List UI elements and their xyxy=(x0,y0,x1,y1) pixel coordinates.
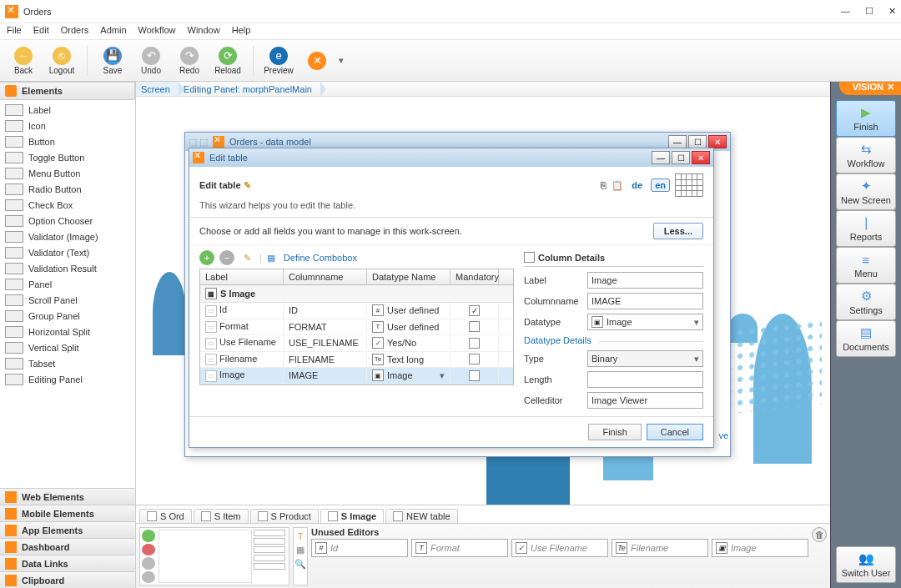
element-validator-image-[interactable]: Validator (Image) xyxy=(0,229,135,244)
accordion-web-elements[interactable]: Web Elements xyxy=(0,488,135,505)
close-button[interactable]: ✕ xyxy=(888,6,896,17)
accordion-dashboard[interactable]: Dashboard xyxy=(0,538,135,555)
cancel-button[interactable]: Cancel xyxy=(647,424,703,440)
finish-button[interactable]: Finish xyxy=(588,424,641,440)
right-menu-button[interactable]: ≡Menu xyxy=(836,247,896,284)
tool-save[interactable]: 💾Save xyxy=(96,47,129,75)
table-row[interactable]: ▭ FilenameFILENAMETe Text long xyxy=(200,352,513,369)
element-panel[interactable]: Panel xyxy=(0,276,135,292)
menu-orders[interactable]: Orders xyxy=(61,25,89,38)
menu-edit[interactable]: Edit xyxy=(33,25,49,38)
accordion-clipboard[interactable]: Clipboard xyxy=(0,571,135,588)
col-mandatory[interactable]: Mandatory xyxy=(450,269,499,284)
element-tabset[interactable]: Tabset xyxy=(0,355,135,371)
tool-undo[interactable]: ↶Undo xyxy=(134,47,168,75)
define-combobox-link[interactable]: Define Combobox xyxy=(284,253,357,263)
tool-back[interactable]: ←Back xyxy=(7,47,40,75)
unused-format[interactable]: TFormat xyxy=(411,539,508,557)
element-radio-button[interactable]: Radio Button xyxy=(0,181,135,197)
element-group-panel[interactable]: Group Panel xyxy=(0,308,135,324)
right-documents-button[interactable]: ▤Documents xyxy=(836,320,896,357)
menu-admin[interactable]: Admin xyxy=(100,25,126,38)
detail-datatype-select[interactable]: ▣Image▾ xyxy=(587,314,703,330)
right-new-screen-button[interactable]: ✦New Screen xyxy=(836,173,896,210)
tab-new-table[interactable]: NEW table xyxy=(385,509,458,523)
add-row-button[interactable]: + xyxy=(199,250,214,265)
detail-celleditor-input[interactable]: Image Viewer xyxy=(587,392,703,409)
unused-id[interactable]: #Id xyxy=(311,539,408,557)
tool-app[interactable]: ✕ xyxy=(300,52,334,70)
col-label[interactable]: Label xyxy=(200,269,284,284)
element-toggle-button[interactable]: Toggle Button xyxy=(0,149,135,165)
tool-redo[interactable]: ↷Redo xyxy=(173,47,206,75)
element-validation-result[interactable]: Validation Result xyxy=(0,260,135,276)
unused-use-filename[interactable]: ✓Use Filename xyxy=(511,539,608,557)
copy-icon[interactable]: ⎘ xyxy=(601,180,607,190)
et-minimize-button[interactable]: — xyxy=(652,151,670,164)
menu-window[interactable]: Window xyxy=(188,25,220,38)
element-menu-button[interactable]: Menu Button xyxy=(0,165,135,181)
element-option-chooser[interactable]: Option Chooser xyxy=(0,213,135,229)
detail-columnname-input[interactable]: IMAGE xyxy=(587,293,703,309)
crumb-editing-panel[interactable]: Editing Panel: morphPanelMain xyxy=(179,82,320,96)
element-label[interactable]: Label xyxy=(0,102,135,118)
element-vertical-split[interactable]: Vertical Split xyxy=(0,339,135,355)
element-icon[interactable]: Icon xyxy=(0,118,135,133)
tab-s-product[interactable]: S Product xyxy=(250,509,319,523)
accordion-data-links[interactable]: Data Links xyxy=(0,555,135,571)
element-validator-text-[interactable]: Validator (Text) xyxy=(0,244,135,260)
table-row[interactable]: ▭ ImageIMAGE▣ Image ▾ xyxy=(200,368,513,384)
table-row[interactable]: ▭ IdID# User defined✓ xyxy=(200,303,513,319)
element-editing-panel[interactable]: Editing Panel xyxy=(0,371,135,387)
detail-label-input[interactable]: Image xyxy=(587,272,703,289)
et-maximize-button[interactable]: ☐ xyxy=(672,151,690,164)
element-horizontal-split[interactable]: Horizontal Split xyxy=(0,324,135,339)
dm-minimize-button[interactable]: — xyxy=(668,135,687,148)
table-row[interactable]: ▭ FormatFORMATT User defined xyxy=(200,319,513,336)
tab-s-image[interactable]: S Image xyxy=(320,509,384,523)
dm-close-button[interactable]: ✕ xyxy=(708,135,727,148)
lang-de[interactable]: de xyxy=(628,179,646,191)
tool-reload[interactable]: ⟳Reload xyxy=(211,47,244,75)
edit-row-button[interactable]: ✎ xyxy=(239,250,254,265)
paste-icon[interactable]: 📋 xyxy=(612,180,623,191)
details-toggle[interactable] xyxy=(524,252,535,263)
et-titlebar[interactable]: Edit table — ☐ ✕ xyxy=(189,148,713,167)
dm-maximize-button[interactable]: ☐ xyxy=(688,135,707,148)
right-reports-button[interactable]: ❘Reports xyxy=(836,210,896,247)
less-button[interactable]: Less... xyxy=(653,223,703,239)
element-scroll-panel[interactable]: Scroll Panel xyxy=(0,292,135,308)
element-button[interactable]: Button xyxy=(0,133,135,149)
tool-preview[interactable]: ePreview xyxy=(262,47,295,75)
table-row[interactable]: ▭ Use FilenameUSE_FILENAME✓ Yes/No xyxy=(200,335,513,352)
lang-en[interactable]: en xyxy=(651,178,670,192)
tab-s-item[interactable]: S Item xyxy=(194,509,249,523)
right-workflow-button[interactable]: ⇆Workflow xyxy=(836,137,896,173)
menu-workflow[interactable]: Workflow xyxy=(138,25,176,38)
tab-s-ord[interactable]: S Ord xyxy=(139,509,192,523)
menu-file[interactable]: File xyxy=(7,25,22,38)
crumb-screen[interactable]: Screen xyxy=(136,82,179,96)
maximize-button[interactable]: ☐ xyxy=(865,6,873,17)
tool-logout[interactable]: ⎋Logout xyxy=(45,47,78,75)
unused-filename[interactable]: TeFilename xyxy=(612,539,708,557)
element-check-box[interactable]: Check Box xyxy=(0,197,135,213)
menu-help[interactable]: Help xyxy=(232,25,251,38)
remove-row-button[interactable]: − xyxy=(219,250,234,265)
detail-type-select[interactable]: Binary▾ xyxy=(587,350,703,367)
right-finish-button[interactable]: ▶Finish xyxy=(836,100,896,137)
vision-close-icon[interactable]: ✕ xyxy=(887,82,894,92)
right-settings-button[interactable]: ⚙Settings xyxy=(836,284,896,320)
unused-image[interactable]: ▣Image xyxy=(712,539,808,557)
col-datatype[interactable]: Datatype Name xyxy=(367,269,450,284)
accordion-app-elements[interactable]: App Elements xyxy=(0,521,135,538)
switch-user-button[interactable]: 👥 Switch User xyxy=(836,546,896,583)
grid-group[interactable]: ▦ S Image xyxy=(200,285,513,303)
col-columnname[interactable]: Columnname xyxy=(284,269,367,284)
et-close-button[interactable]: ✕ xyxy=(692,151,710,164)
minimize-button[interactable]: — xyxy=(841,6,850,17)
section-elements[interactable]: Elements xyxy=(0,82,135,100)
detail-length-input[interactable] xyxy=(587,371,703,388)
accordion-mobile-elements[interactable]: Mobile Elements xyxy=(0,505,135,521)
trash-icon[interactable]: 🗑 xyxy=(812,527,827,542)
